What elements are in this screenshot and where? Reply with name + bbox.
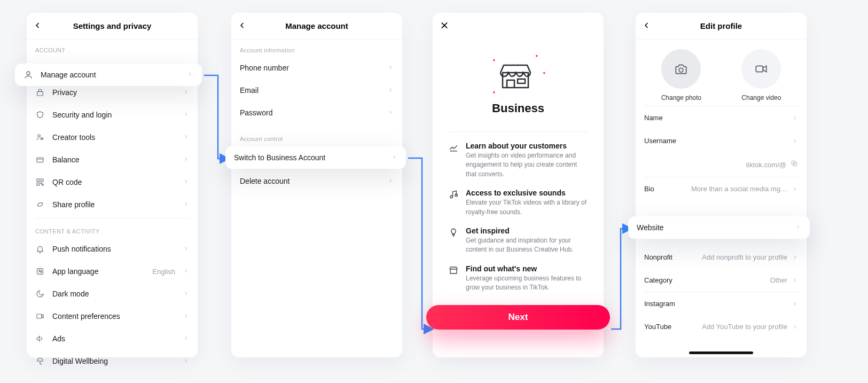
row-balance[interactable]: Balance <box>27 148 198 171</box>
svg-point-13 <box>27 72 30 75</box>
edit-profile-screen: Edit profile Change photo Change video N… <box>636 13 807 357</box>
copy-icon[interactable] <box>791 160 798 169</box>
row-switch-to-business[interactable]: Switch to Business Account <box>225 146 406 169</box>
close-icon[interactable] <box>440 21 449 32</box>
row-digital-wellbeing[interactable]: Digital Wellbeing <box>27 350 198 372</box>
back-icon[interactable] <box>238 21 246 31</box>
row-username[interactable]: Username <box>636 129 807 152</box>
feature-whats-new: Find out what's new Leverage upcoming bu… <box>449 264 588 293</box>
row-youtube[interactable]: YouTube Add YouTube to your profile <box>636 315 807 338</box>
row-category[interactable]: Category Other <box>636 269 807 292</box>
svg-rect-10 <box>37 269 43 275</box>
home-indicator <box>689 351 753 354</box>
page-title: Settings and privacy <box>73 21 152 30</box>
svg-rect-9 <box>42 184 43 185</box>
row-ads[interactable]: Ads <box>27 327 198 350</box>
row-nonprofit[interactable]: Nonprofit Add nonprofit to your profile <box>636 246 807 269</box>
manage-account-screen: Manage account Account information Phone… <box>231 13 402 357</box>
chevron-right-icon <box>183 356 189 366</box>
row-manage-account[interactable]: Manage account <box>15 64 202 86</box>
row-push[interactable]: Push notifications <box>27 238 198 260</box>
analytics-icon <box>449 143 458 179</box>
chevron-right-icon <box>792 301 798 307</box>
flow-arrow-3 <box>609 225 641 332</box>
shop-icon <box>449 265 458 293</box>
row-url[interactable]: tiktok.com/@ <box>636 152 807 177</box>
camera-icon <box>661 49 701 89</box>
svg-rect-5 <box>37 179 40 182</box>
svg-rect-3 <box>37 158 43 162</box>
row-content-prefs[interactable]: Content preferences <box>27 305 198 327</box>
row-share-profile[interactable]: Share profile <box>27 193 198 216</box>
label: Privacy <box>52 88 175 97</box>
chevron-right-icon <box>792 138 798 144</box>
chevron-right-icon <box>183 267 189 276</box>
chevron-right-icon <box>183 132 189 142</box>
chevron-right-icon <box>792 277 798 284</box>
change-photo-button[interactable]: Change photo <box>661 49 701 101</box>
row-security[interactable]: Security and login <box>27 104 198 126</box>
next-button[interactable]: Next <box>426 305 610 330</box>
chevron-right-icon <box>183 110 189 120</box>
business-intro-screen: ✦ ✦ ✦ ✦ Business Learn about your cu <box>433 13 604 357</box>
row-name[interactable]: Name <box>636 106 807 129</box>
qr-icon <box>35 177 45 187</box>
row-password[interactable]: Password <box>231 101 402 124</box>
chevron-right-icon <box>183 311 189 321</box>
section-label-content: CONTENT & ACTIVITY <box>27 221 198 238</box>
back-icon[interactable] <box>642 21 651 31</box>
page-title: Edit profile <box>700 21 742 30</box>
row-phone-number[interactable]: Phone number <box>231 57 402 79</box>
chevron-right-icon <box>792 254 798 261</box>
row-dark-mode[interactable]: Dark mode <box>27 283 198 305</box>
row-bio[interactable]: Bio More than a social media mgmt softwa… <box>636 177 807 200</box>
svg-rect-6 <box>41 179 43 182</box>
section-label-account: ACCOUNT <box>27 40 198 57</box>
storefront-icon: ✦ ✦ ✦ ✦ <box>499 61 537 93</box>
change-video-button[interactable]: Change video <box>741 49 781 101</box>
lightbulb-icon <box>449 228 458 255</box>
video-icon <box>35 311 45 321</box>
chevron-right-icon <box>795 223 801 232</box>
row-creator-tools[interactable]: Creator tools <box>27 126 198 148</box>
svg-rect-20 <box>756 66 763 72</box>
chevron-right-icon <box>391 153 397 162</box>
svg-rect-7 <box>37 183 40 185</box>
chevron-right-icon <box>183 200 189 209</box>
svg-point-2 <box>41 138 43 139</box>
language-icon <box>35 267 45 276</box>
row-website[interactable]: Website <box>628 216 810 239</box>
section-label-info: Account information <box>231 40 402 57</box>
chevron-right-icon <box>792 186 798 192</box>
video-icon <box>741 49 781 89</box>
chevron-right-icon <box>183 177 189 187</box>
share-icon <box>35 200 45 209</box>
row-instagram[interactable]: Instagram <box>636 292 807 315</box>
svg-rect-0 <box>37 92 43 96</box>
row-qr-code[interactable]: QR code <box>27 171 198 193</box>
chevron-right-icon <box>387 85 394 95</box>
row-delete-account[interactable]: Delete account <box>231 170 402 192</box>
svg-point-1 <box>38 135 41 137</box>
chevron-right-icon <box>183 155 189 165</box>
svg-marker-21 <box>763 66 767 72</box>
section-label-control: Account control <box>231 124 402 145</box>
profile-url: tiktok.com/@ <box>746 161 786 169</box>
feature-sounds: Access to exclusive sounds Elevate your … <box>449 189 588 217</box>
svg-rect-11 <box>37 314 42 318</box>
row-app-language[interactable]: App language English <box>27 260 198 283</box>
user-icon <box>24 70 33 80</box>
chevron-right-icon <box>387 63 394 73</box>
megaphone-icon <box>35 334 45 343</box>
chevron-right-icon <box>792 324 798 330</box>
chevron-right-icon <box>183 88 189 97</box>
umbrella-icon <box>35 356 45 366</box>
app-language-value: English <box>152 268 175 276</box>
chevron-right-icon <box>183 289 189 299</box>
shield-icon <box>35 110 45 120</box>
chevron-right-icon <box>792 115 798 121</box>
chevron-right-icon <box>387 176 394 186</box>
user-gear-icon <box>35 132 45 142</box>
back-icon[interactable] <box>33 21 42 31</box>
row-email[interactable]: Email <box>231 79 402 101</box>
